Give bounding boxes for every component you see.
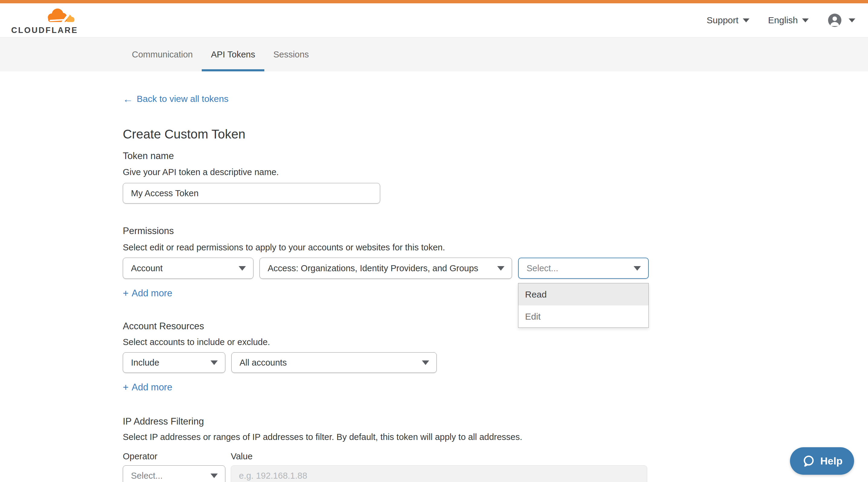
permission-scope-select[interactable]: Account (123, 258, 253, 279)
resource-operator-value: Include (131, 358, 159, 368)
permissions-heading: Permissions (123, 225, 868, 236)
header-nav: Support English (707, 13, 855, 28)
ip-filtering-row: Select... (123, 465, 868, 482)
account-menu[interactable] (828, 13, 855, 28)
account-resources-description: Select accounts to include or exclude. (123, 337, 868, 348)
chevron-down-icon (211, 360, 218, 365)
plus-icon: + (123, 289, 128, 298)
account-resources-section: Account Resources Select accounts to inc… (123, 321, 868, 393)
tab-communication[interactable]: Communication (123, 37, 202, 71)
chevron-down-icon (743, 19, 749, 22)
permissions-add-more-link[interactable]: + Add more (123, 288, 173, 299)
token-name-input[interactable] (123, 183, 380, 203)
add-more-label: Add more (131, 382, 172, 393)
plus-icon: + (123, 383, 128, 392)
resource-accounts-select[interactable]: All accounts (231, 352, 437, 373)
help-button-label: Help (820, 455, 843, 467)
menu-option-edit[interactable]: Edit (518, 306, 648, 327)
ip-filtering-labels: Operator Value (123, 451, 868, 461)
permission-group-select[interactable]: Access: Organizations, Identity Provider… (259, 258, 512, 279)
permission-level-select-wrap: Select... Read Edit (518, 258, 649, 279)
chevron-down-icon (211, 474, 218, 478)
help-button[interactable]: Help (790, 447, 854, 475)
resource-accounts-value: All accounts (240, 358, 287, 368)
resource-operator-select[interactable]: Include (123, 352, 225, 373)
chevron-down-icon (849, 19, 855, 22)
cloudflare-cloud-icon (43, 6, 75, 25)
permission-scope-value: Account (131, 263, 163, 274)
tab-sessions[interactable]: Sessions (264, 37, 318, 71)
menu-option-read[interactable]: Read (518, 283, 648, 306)
tab-api-tokens[interactable]: API Tokens (202, 37, 264, 71)
permission-level-dropdown-menu: Read Edit (518, 283, 649, 328)
ip-value-input (231, 465, 647, 482)
support-label: Support (707, 15, 739, 25)
resources-add-more-link[interactable]: + Add more (123, 382, 173, 393)
permissions-description: Select edit or read permissions to apply… (123, 242, 868, 253)
chevron-down-icon (633, 266, 641, 270)
add-more-label: Add more (131, 288, 172, 299)
permissions-select-row: Account Access: Organizations, Identity … (123, 258, 868, 279)
chevron-down-icon (239, 266, 246, 270)
account-resources-heading: Account Resources (123, 321, 868, 332)
account-resources-select-row: Include All accounts (123, 352, 868, 373)
back-link-label: Back to view all tokens (137, 93, 228, 105)
token-name-section: Token name Give your API token a descrip… (123, 150, 868, 203)
left-arrow-icon: ← (123, 94, 133, 103)
ip-filtering-section: IP Address Filtering Select IP addresses… (123, 416, 868, 482)
token-name-heading: Token name (123, 150, 868, 161)
chat-bubble-icon (802, 454, 815, 468)
value-label: Value (231, 451, 252, 461)
token-name-description: Give your API token a descriptive name. (123, 167, 868, 178)
chevron-down-icon (802, 19, 809, 22)
operator-label: Operator (123, 451, 231, 461)
ip-filtering-description: Select IP addresses or ranges of IP addr… (123, 432, 868, 442)
permission-level-value: Select... (527, 263, 558, 274)
language-label: English (768, 15, 798, 25)
cloudflare-logo[interactable]: CLOUDFLARE (11, 6, 75, 35)
ip-filtering-heading: IP Address Filtering (123, 416, 868, 427)
chevron-down-icon (422, 360, 429, 365)
page-title: Create Custom Token (123, 127, 868, 141)
profile-tabbar: Communication API Tokens Sessions (0, 37, 868, 71)
main-content: ← Back to view all tokens Create Custom … (0, 71, 868, 482)
permission-level-select[interactable]: Select... (518, 258, 649, 279)
header: CLOUDFLARE Support English (0, 3, 868, 37)
support-menu[interactable]: Support (707, 15, 749, 25)
user-avatar-icon (828, 13, 842, 28)
cloudflare-wordmark: CLOUDFLARE (11, 26, 75, 35)
ip-operator-value: Select... (131, 471, 163, 481)
language-menu[interactable]: English (768, 15, 809, 25)
permission-group-value: Access: Organizations, Identity Provider… (268, 263, 478, 274)
ip-operator-select[interactable]: Select... (123, 465, 225, 482)
chevron-down-icon (497, 266, 504, 270)
permissions-section: Permissions Select edit or read permissi… (123, 225, 868, 299)
brand-accent-bar (0, 0, 868, 3)
back-to-tokens-link[interactable]: ← Back to view all tokens (123, 93, 228, 105)
